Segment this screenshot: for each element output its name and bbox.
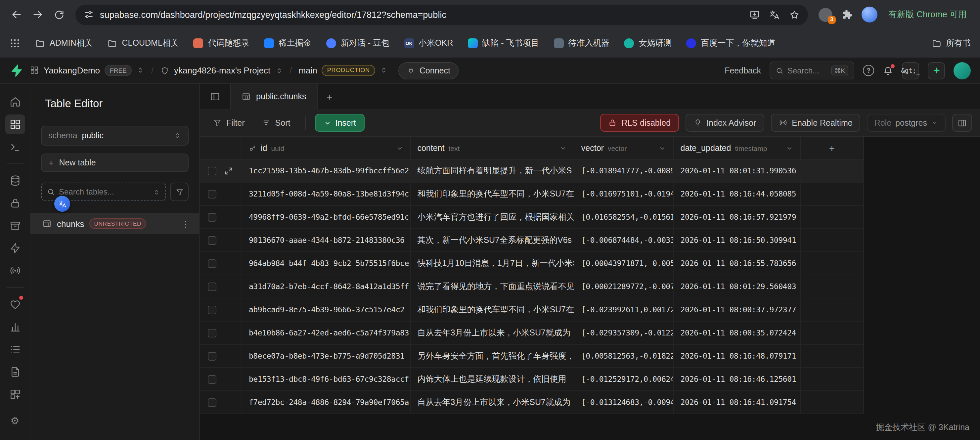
cell-content[interactable]: 其次，新一代小米SU7全系标配更强的V6s [410, 229, 574, 251]
cell-content[interactable]: 续航方面同样有着明显提升，新一代小米S [410, 159, 574, 182]
branch-switcher[interactable]: main PRODUCTION [298, 65, 387, 76]
nav-database-icon[interactable] [5, 171, 25, 191]
chrome-profile-avatar[interactable] [861, 6, 877, 22]
project-switcher[interactable]: ykang4826-max's Project [160, 65, 283, 75]
bookmark-item[interactable]: 代码随想录 [194, 38, 250, 49]
back-button[interactable] [6, 5, 27, 24]
nav-settings-icon[interactable]: ⚙ [5, 411, 25, 431]
bookmark-item[interactable]: 缺陷 - 飞书项目 [468, 38, 539, 49]
table-row[interactable]: ab9bcad9-8e75-4b39-9666-37c5157e4c2 和我们印… [200, 299, 864, 322]
row-checkbox[interactable] [208, 189, 216, 198]
column-header-vector[interactable]: vector vector [575, 137, 674, 159]
user-avatar[interactable] [953, 62, 971, 79]
nav-advisors-icon[interactable] [5, 294, 25, 314]
row-checkbox[interactable] [208, 282, 216, 291]
cell-date-updated[interactable]: 2026-01-11 08:16:46.125601 [674, 368, 801, 391]
table-row[interactable]: b8ece07a-b8eb-473e-b775-a9d705d2831 另外车身… [200, 345, 864, 368]
cell-date-updated[interactable]: 2026-01-11 08:00:35.072424 [674, 322, 801, 344]
cell-vector[interactable]: [-0.013124683,-0.009412 [575, 391, 674, 413]
column-menu-icon[interactable] [659, 144, 667, 152]
cell-id[interactable]: b4e10b86-6a27-42ed-aed6-c5a74f379a83 [242, 322, 410, 344]
cell-id[interactable]: 3211d05f-008d-4a59-80a8-13be81d3f94c [242, 183, 410, 205]
row-checkbox[interactable] [208, 329, 216, 337]
nav-table-editor-icon[interactable] [5, 114, 25, 134]
cell-id[interactable]: 90136670-aaae-4344-b872-21483380c36 [242, 229, 410, 251]
all-bookmarks-folder[interactable]: 所有书 [931, 38, 971, 49]
cell-date-updated[interactable]: 2026-01-11 08:16:44.058085 [674, 183, 801, 205]
cell-id[interactable]: b8ece07a-b8eb-473e-b775-a9d705d2831 [242, 345, 410, 367]
bookmark-item[interactable]: 待准入机器 [554, 38, 609, 49]
nav-home-icon[interactable] [5, 92, 25, 112]
url-text[interactable]: supabase.com/dashboard/project/mzqgzyeyq… [100, 10, 736, 19]
row-checkbox[interactable] [208, 352, 216, 360]
table-row[interactable]: 3211d05f-008d-4a59-80a8-13be81d3f94c 和我们… [200, 183, 864, 206]
bookmark-item[interactable]: 稀土掘金 [264, 38, 312, 49]
nav-edge-functions-icon[interactable] [5, 238, 25, 258]
table-list-item-chunks[interactable]: chunks UNRESTRICTED ⋮ [30, 213, 199, 234]
rls-disabled-button[interactable]: RLS disabled [600, 114, 679, 132]
site-settings-icon[interactable] [83, 9, 94, 20]
cell-date-updated[interactable]: 2026-01-11 08:16:41.091754 [674, 391, 801, 413]
bookmark-item[interactable]: CLOUDML相关 [108, 38, 179, 49]
bookmark-star-icon[interactable] [788, 9, 800, 20]
feedback-button[interactable]: Feedback [725, 66, 761, 75]
global-search[interactable]: ⌘K [770, 62, 854, 79]
cell-vector[interactable]: [-0.016975101,-0.0194998 [575, 183, 674, 205]
row-checkbox[interactable] [208, 167, 216, 175]
cell-id[interactable]: 1cc21598-13b5-467b-83db-99fbccff56e2 [242, 159, 410, 182]
nav-storage-icon[interactable] [5, 216, 25, 235]
row-checkbox[interactable] [208, 375, 216, 383]
nav-logs-icon[interactable] [5, 340, 25, 359]
cell-date-updated[interactable]: 2026-01-11 08:01:31.990536 [674, 159, 801, 182]
column-menu-icon[interactable] [560, 144, 568, 152]
row-checkbox[interactable] [208, 213, 216, 221]
cell-vector[interactable]: [-0.023992611,0.0017219 [575, 299, 674, 321]
cell-id[interactable]: a31d70a2-b7eb-4ccf-8642-8a412a1d35ff [242, 275, 410, 298]
enable-realtime-button[interactable]: Enable Realtime [770, 114, 860, 132]
column-menu-icon[interactable] [395, 144, 403, 152]
cell-date-updated[interactable]: 2026-01-11 08:16:50.309941 [674, 229, 801, 251]
help-button[interactable]: ? [863, 65, 874, 76]
nav-api-docs-icon[interactable] [5, 362, 25, 382]
translate-float-button[interactable] [54, 196, 70, 212]
view-columns-button[interactable] [952, 114, 972, 132]
row-checkbox[interactable] [208, 236, 216, 245]
row-checkbox[interactable] [208, 398, 216, 407]
cell-vector[interactable]: [-0.029357309,-0.01228 [575, 322, 674, 344]
row-checkbox[interactable] [208, 305, 216, 314]
nav-auth-icon[interactable] [5, 193, 25, 213]
apps-grid-icon[interactable] [9, 38, 21, 49]
connect-button[interactable]: Connect [398, 62, 459, 79]
cell-date-updated[interactable]: 2026-01-11 08:00:37.972377 [674, 299, 801, 321]
cell-vector[interactable]: [0.005812563,-0.018229 [575, 345, 674, 367]
collapse-sidebar-icon[interactable] [207, 88, 224, 105]
cell-content[interactable]: 和我们印象里的换代车型不同，小米SU7在 [410, 299, 574, 321]
table-row[interactable]: 90136670-aaae-4344-b872-21483380c36 其次，新… [200, 229, 864, 252]
cell-id[interactable]: f7ed72bc-248a-4886-8294-79a90ef7065a [242, 391, 410, 413]
add-column-button[interactable]: + [801, 137, 864, 159]
install-app-icon[interactable] [749, 9, 760, 20]
cell-content[interactable]: 小米汽车官方也进行了回应，根据国家相关 [410, 206, 574, 228]
cell-vector[interactable]: [-0.006874484,-0.00332 [575, 229, 674, 251]
forward-button[interactable] [28, 5, 48, 24]
extensions-puzzle-icon[interactable] [841, 9, 853, 21]
bookmark-item[interactable]: OK小米OKR [404, 38, 453, 49]
global-search-input[interactable] [788, 66, 826, 75]
url-bar[interactable]: supabase.com/dashboard/project/mzqgzyeyq… [75, 4, 808, 25]
cell-content[interactable]: 说完了看得见的地方，下面重点说说看不见 [410, 275, 574, 298]
index-advisor-button[interactable]: Index Advisor [685, 114, 764, 132]
org-switcher[interactable]: YaokangDemo FREE [30, 65, 145, 76]
table-row[interactable]: be153f13-dbc8-49f6-bd63-67c9c328accf 内饰大… [200, 368, 864, 391]
nav-reports-icon[interactable] [5, 317, 25, 337]
new-table-button[interactable]: + New table [41, 154, 189, 172]
filter-tables-button[interactable] [170, 183, 189, 201]
sort-button[interactable]: Sort [257, 118, 296, 127]
column-header-id[interactable]: id uuid [242, 137, 410, 159]
table-row[interactable]: b4e10b86-6a27-42ed-aed6-c5a74f379a83 自从去… [200, 322, 864, 345]
table-row[interactable]: 1cc21598-13b5-467b-83db-99fbccff56e2 续航方… [200, 159, 864, 183]
schema-select[interactable]: schema public [41, 126, 189, 146]
bookmark-item[interactable]: 百度一下，你就知道 [686, 38, 775, 49]
role-select[interactable]: Role postgres [867, 114, 946, 132]
nav-realtime-icon[interactable] [5, 261, 25, 281]
table-row[interactable]: 964ab984-b44f-4b83-9cb2-5b75515f6bce 快科技… [200, 252, 864, 275]
